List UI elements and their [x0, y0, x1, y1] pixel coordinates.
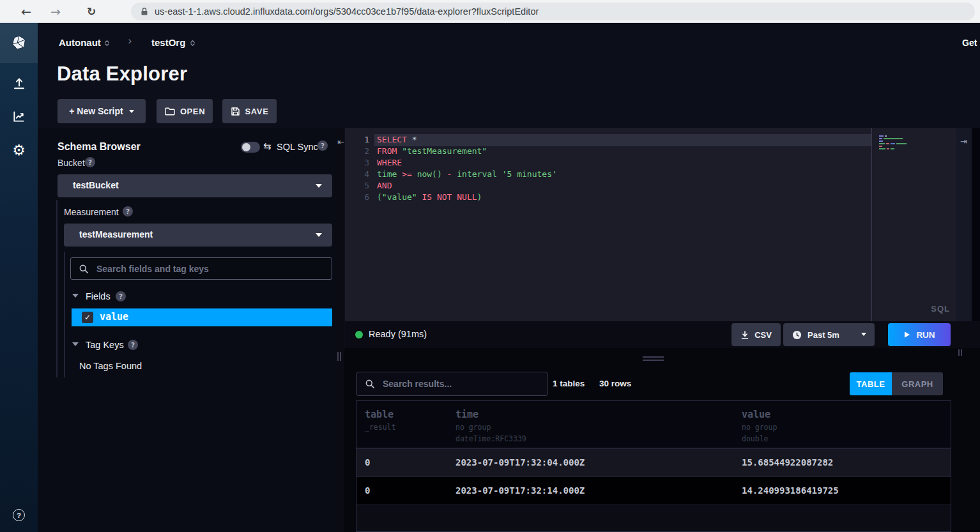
fields-label: Fields: [86, 291, 111, 301]
influxdb-data-explorer-screen: ← → ↻ us-east-1-1.aws.cloud2.influxdata.…: [0, 0, 980, 532]
breadcrumb-separator-icon: ›: [128, 34, 132, 47]
view-mode-segmented-control: TABLE GRAPH: [850, 372, 943, 395]
search-icon: [365, 379, 376, 390]
browser-reload-icon[interactable]: ↻: [82, 0, 101, 23]
editor-language-label: SQL: [931, 304, 950, 314]
chevron-down-icon: [129, 110, 134, 113]
run-label: RUN: [916, 330, 935, 340]
browser-forward-icon[interactable]: →: [46, 0, 65, 23]
vertical-splitter[interactable]: [335, 128, 344, 532]
help-icon[interactable]: ?: [116, 291, 126, 301]
schema-search-input[interactable]: [96, 258, 328, 279]
play-icon: [903, 331, 910, 338]
query-status-bar: Ready (91ms) CSV Past 5m RUN: [345, 321, 980, 348]
minimap[interactable]: [879, 135, 907, 151]
bucket-dropdown[interactable]: testBucket: [57, 174, 332, 197]
schema-browser-heading: Schema Browser: [57, 141, 141, 153]
code-line: SELECT *: [377, 135, 417, 144]
field-item-value[interactable]: ✓ value: [72, 308, 332, 326]
csv-label: CSV: [754, 330, 772, 340]
indent-guide: [56, 200, 57, 377]
address-bar[interactable]: us-east-1-1.aws.cloud2.influxdata.com/or…: [131, 3, 975, 20]
right-panel-strip: [956, 128, 972, 321]
query-status-text: Ready (91ms): [369, 329, 427, 339]
settings-nav-item[interactable]: ⚙: [0, 143, 38, 158]
code-line: FROM "testMeasurement": [377, 146, 487, 156]
influxdb-cube-icon: [10, 34, 29, 53]
fields-collapse-icon[interactable]: [72, 294, 79, 298]
influxdb-logo[interactable]: [0, 23, 38, 63]
help-icon[interactable]: ?: [318, 141, 328, 151]
help-icon[interactable]: ?: [123, 206, 133, 217]
splitter-grip: [337, 352, 339, 361]
sql-sync-icon: ⇆: [263, 141, 272, 152]
browser-toolbar: ← → ↻ us-east-1-1.aws.cloud2.influxdata.…: [0, 0, 980, 23]
time-range-value: Past 5m: [808, 330, 839, 340]
upload-nav-item[interactable]: [0, 76, 38, 91]
line-chart-icon: [11, 109, 26, 124]
code-line: WHERE: [377, 158, 402, 167]
app-root: ⚙ ? Autonaut › testOrg Get Data Explorer…: [0, 23, 980, 532]
account-switcher[interactable]: Autonaut: [59, 37, 101, 48]
expand-right-panel-icon[interactable]: ⇥: [960, 137, 967, 146]
current-line-highlight: [374, 134, 872, 146]
save-label: SAVE: [245, 107, 269, 116]
measurement-dropdown-value: testMeasurement: [79, 229, 153, 239]
help-icon[interactable]: ?: [85, 157, 95, 167]
tag-keys-label: Tag Keys: [86, 340, 124, 350]
search-icon: [79, 264, 89, 275]
line-number: 1: [349, 135, 369, 144]
sql-editor[interactable]: 1 2 3 4 5 6 SELECT * FROM "testMeasureme…: [345, 128, 956, 321]
help-nav-item[interactable]: ?: [0, 509, 38, 521]
results-search-box: [356, 372, 547, 396]
question-circle-icon: ?: [13, 509, 25, 521]
url-text: us-east-1-1.aws.cloud2.influxdata.com/or…: [155, 6, 539, 17]
bucket-dropdown-value: testBucket: [73, 180, 119, 190]
vertical-splitter-grip[interactable]: [958, 349, 960, 356]
tab-graph[interactable]: GRAPH: [892, 372, 943, 395]
horizontal-splitter-grip[interactable]: [643, 356, 664, 358]
browser-back-icon[interactable]: ←: [17, 0, 36, 23]
splitter-grip: [340, 352, 341, 361]
clock-icon: [792, 330, 802, 340]
rows-count: 30 rows: [599, 379, 631, 388]
collapse-schema-panel-icon[interactable]: ⇤: [337, 137, 344, 147]
run-query-button[interactable]: RUN: [888, 323, 951, 346]
field-item-label: value: [100, 311, 128, 323]
save-script-button[interactable]: SAVE: [222, 99, 277, 123]
csv-download-button[interactable]: CSV: [731, 323, 781, 346]
account-sort-icon[interactable]: [103, 39, 111, 47]
results-search-input[interactable]: [383, 372, 543, 395]
org-switcher[interactable]: testOrg: [151, 37, 185, 48]
tab-table[interactable]: TABLE: [850, 372, 892, 395]
open-script-button[interactable]: OPEN: [157, 99, 213, 123]
new-script-button[interactable]: + New Script: [57, 99, 146, 123]
line-number: 4: [349, 169, 369, 179]
line-number: 5: [349, 181, 369, 190]
table-row: 0 2023-07-09T17:32:14.000Z 14.2409931864…: [356, 476, 951, 505]
horizontal-splitter-grip[interactable]: [643, 360, 664, 361]
column-header-table: table _result: [365, 401, 395, 432]
promo-link[interactable]: Get: [962, 38, 980, 48]
bucket-label: Bucket: [57, 158, 85, 168]
vertical-splitter-grip[interactable]: [961, 349, 962, 356]
code-line: ("value" IS NOT NULL): [377, 192, 482, 202]
page-title: Data Explorer: [57, 63, 187, 86]
download-icon: [740, 330, 749, 340]
schema-search-box: [70, 257, 332, 280]
data-explorer-nav-item[interactable]: [0, 109, 38, 124]
right-margin: [972, 128, 980, 321]
chevron-down-icon: [861, 333, 866, 336]
chevron-down-icon: [316, 233, 322, 237]
measurement-dropdown[interactable]: testMeasurement: [64, 224, 332, 247]
checkbox-checked-icon[interactable]: ✓: [82, 312, 93, 323]
org-sort-icon[interactable]: [188, 39, 197, 47]
tag-keys-collapse-icon[interactable]: [72, 342, 79, 346]
time-range-dropdown[interactable]: Past 5m: [783, 323, 875, 346]
help-icon[interactable]: ?: [128, 340, 138, 350]
new-script-label: + New Script: [69, 106, 123, 116]
sql-sync-toggle[interactable]: [241, 142, 260, 153]
no-tags-text: No Tags Found: [79, 361, 142, 371]
minimap-divider: [871, 128, 872, 321]
results-panel: 1 tables 30 rows TABLE GRAPH table _resu…: [344, 348, 980, 532]
